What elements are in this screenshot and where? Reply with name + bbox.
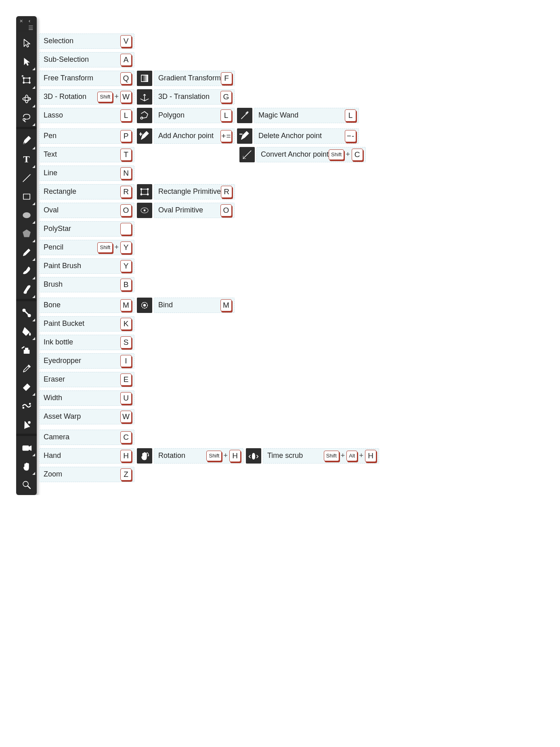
- polystar-tool[interactable]: [17, 225, 36, 243]
- ink-bottle-tool[interactable]: [17, 341, 36, 359]
- brush-label: Brush B: [39, 277, 134, 292]
- rotation-hand-icon[interactable]: [137, 448, 152, 464]
- text-label: Text T: [39, 147, 134, 162]
- rectangle-tool[interactable]: [17, 187, 36, 206]
- polygon-lasso-icon[interactable]: [137, 108, 152, 123]
- text-tool[interactable]: T: [17, 150, 36, 168]
- magic-wand-icon[interactable]: [237, 108, 252, 123]
- svg-point-24: [141, 193, 142, 195]
- oval-tool[interactable]: [17, 206, 36, 224]
- rectangle-label: Rectangle R: [39, 184, 134, 199]
- freetransform-tool[interactable]: [17, 71, 36, 89]
- shortcut-key: K: [120, 318, 132, 330]
- 3d-rotation-tool[interactable]: [17, 90, 36, 108]
- selection-label: Selection V: [39, 34, 134, 49]
- tool-name: Paint Brush: [44, 262, 81, 270]
- bone-tool[interactable]: [17, 304, 36, 322]
- svg-point-3: [23, 82, 24, 83]
- asset-warp-tool[interactable]: [17, 415, 36, 433]
- plus-icon: +: [223, 451, 228, 460]
- flyout-indicator-icon: [32, 337, 35, 340]
- bind-icon[interactable]: [137, 298, 152, 313]
- shortcut-key: L: [220, 109, 232, 122]
- tool-name: Add Anchor point: [158, 132, 214, 140]
- shortcut-key: G: [220, 91, 232, 103]
- eraser-tool[interactable]: [17, 378, 36, 396]
- tool-row-polystar: PolyStar: [37, 218, 379, 237]
- tool-name: Magic Wand: [258, 111, 298, 120]
- tool-name: 3D - Rotation: [44, 92, 86, 101]
- shortcut-key: O: [120, 204, 132, 216]
- flyout-indicator-icon: [32, 86, 35, 89]
- line-tool[interactable]: [17, 169, 36, 187]
- tool-name: Oval Primitive: [158, 206, 203, 214]
- add-anchor-icon[interactable]: [137, 128, 152, 144]
- pencil-tool[interactable]: [17, 243, 36, 261]
- paint-bucket-tool[interactable]: [17, 322, 36, 340]
- rectangle-primitive-icon[interactable]: [137, 184, 152, 199]
- shortcut-key: U: [120, 392, 132, 404]
- shift-modifier-key: Shift: [97, 92, 113, 102]
- shortcut-key: N: [120, 167, 132, 179]
- panel-menu-icon[interactable]: ☰: [28, 25, 34, 31]
- tool-name: Delete Anchor point: [258, 132, 322, 140]
- svg-point-1: [23, 77, 24, 78]
- flyout-indicator-icon: [32, 393, 35, 396]
- shortcut-key: W: [120, 91, 132, 103]
- tool-row-pen: Pen P Add Anchor point + = Delete Anchor…: [37, 126, 379, 144]
- lasso-tool[interactable]: [17, 108, 36, 126]
- subselection-tool[interactable]: [17, 52, 36, 71]
- oval-primitive-icon[interactable]: [137, 203, 152, 218]
- brush-tool[interactable]: [17, 280, 36, 298]
- shift-modifier-key: Shift: [97, 242, 113, 253]
- tool-row-brush: Brush B: [37, 274, 379, 292]
- shift-modifier-key: Shift: [324, 451, 339, 461]
- zoom-tool[interactable]: [17, 476, 36, 494]
- shortcut-key: F: [221, 72, 232, 84]
- bind-label: Bind M: [154, 298, 235, 313]
- add-anchor-label: Add Anchor point + =: [154, 128, 235, 144]
- convert-anchor-icon[interactable]: [239, 147, 255, 162]
- eyedropper-tool[interactable]: [17, 359, 36, 378]
- paint-brush-tool[interactable]: [17, 262, 36, 280]
- shortcut-key: R: [120, 186, 132, 198]
- flyout-indicator-icon: [32, 258, 35, 261]
- time-scrub-icon[interactable]: [246, 448, 261, 464]
- 3d-translation-icon[interactable]: [137, 89, 152, 105]
- camera-tool[interactable]: [17, 439, 36, 457]
- close-icon[interactable]: ✕: [19, 19, 23, 23]
- selection-tool[interactable]: [17, 34, 36, 52]
- delete-anchor-icon[interactable]: [237, 128, 252, 144]
- tool-row-lasso: Lasso L Polygon L Magic Wand L: [37, 105, 379, 123]
- flyout-indicator-icon: [32, 319, 35, 321]
- shortcut-key: O: [220, 204, 232, 216]
- shortcut-key: [120, 223, 132, 235]
- width-label: Width U: [39, 390, 134, 406]
- tool-name: Pen: [44, 132, 57, 140]
- shortcut-key: P: [120, 130, 132, 142]
- camera-label: Camera C: [39, 430, 134, 445]
- svg-point-9: [23, 212, 30, 218]
- flyout-indicator-icon: [32, 453, 35, 456]
- flyout-indicator-icon: [32, 472, 35, 475]
- tool-name: Zoom: [44, 470, 62, 478]
- hand-tool[interactable]: [17, 457, 36, 475]
- paint-bucket-label: Paint Bucket K: [39, 316, 134, 332]
- freetransform-label: Free Transform Q: [39, 71, 134, 86]
- rect-primitive-label: Rectangle Primitive R: [154, 184, 235, 199]
- width-tool[interactable]: [17, 397, 36, 415]
- shortcut-key: W: [120, 411, 132, 423]
- pen-tool[interactable]: [17, 132, 36, 150]
- tool-name: Text: [44, 150, 57, 159]
- 3d-rotation-label: 3D - Rotation Shift+W: [39, 89, 134, 105]
- svg-point-23: [147, 188, 149, 189]
- tool-name: Free Transform: [44, 74, 93, 82]
- shortcut-key: Q: [120, 72, 132, 84]
- tool-name: Hand: [44, 451, 61, 460]
- svg-point-2: [29, 77, 30, 78]
- shortcut-key: Y: [120, 241, 132, 254]
- svg-point-13: [23, 407, 24, 408]
- tool-row-asset-warp: Asset Warp W: [37, 406, 379, 424]
- gradient-transform-icon[interactable]: [137, 71, 152, 86]
- pen-label: Pen P: [39, 128, 134, 144]
